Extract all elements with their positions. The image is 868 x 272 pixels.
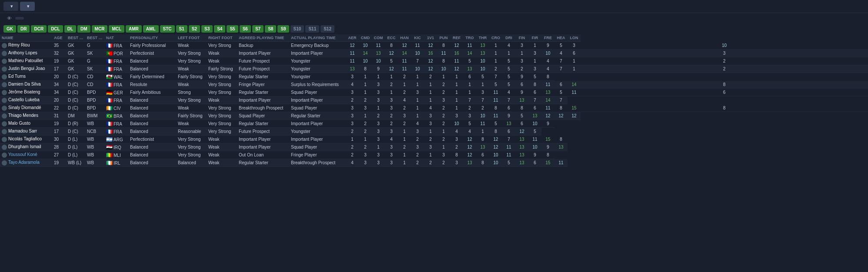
tab-overview[interactable]: ▾ <box>3 2 18 11</box>
col-header-pun[interactable]: PUN <box>437 34 450 42</box>
col-header-agreed[interactable]: AGREED PLAYING TIME <box>237 34 289 42</box>
player-stat-13: 2 <box>515 65 528 73</box>
tab-international[interactable]: ▾ <box>20 2 35 11</box>
filter-btn-s8[interactable]: S8 <box>265 25 276 33</box>
filter-btn-mcl[interactable]: MCL <box>109 25 124 33</box>
filter-btn-gk[interactable]: GK <box>3 25 16 33</box>
filter-btn-s1[interactable]: S1 <box>176 25 187 33</box>
col-header-leftfoot[interactable]: LEFT FOOT <box>176 34 207 42</box>
filter-btn-dcl[interactable]: DCL <box>48 25 63 33</box>
player-rightfoot: Weak <box>207 96 237 104</box>
col-header-bestrole[interactable]: BEST ROLE <box>85 34 104 42</box>
table-row[interactable]: Thiago Mendes31DMBWM🇧🇷 BRABalancedFairly… <box>0 112 868 120</box>
analysis-badge[interactable] <box>15 17 24 20</box>
filter-btn-dcr[interactable]: DCR <box>31 25 47 33</box>
filter-btn-s10[interactable]: S10 <box>290 25 304 33</box>
table-row[interactable]: Jérôme Boateng34D (C)BPD🇩🇪 GERFairly Amb… <box>0 89 868 96</box>
col-header-cmd[interactable]: CMD <box>359 34 372 42</box>
col-header-lon[interactable]: LON <box>568 34 581 42</box>
filter-btn-s6[interactable]: S6 <box>240 25 251 33</box>
player-personality: Resolute <box>128 81 176 89</box>
col-header-fir[interactable]: FIR <box>528 34 541 42</box>
player-stat-7: 3 <box>437 96 450 104</box>
player-stat-9: 13 <box>463 159 476 167</box>
table-row[interactable]: Justin Bengui Joao17GKSK🇫🇷 FRABalancedWe… <box>0 65 868 73</box>
col-header-1v1[interactable]: 1V1 <box>424 34 437 42</box>
table-row[interactable]: Malo Gusto19D (R)WB🇫🇷 FRABalancedWeakVer… <box>0 120 868 128</box>
col-header-ecc[interactable]: ECC <box>385 34 398 42</box>
col-header-kic[interactable]: KIC <box>411 34 424 42</box>
table-row[interactable]: Damien Da Silva34D (C)CD🇫🇷 FRAResoluteWe… <box>0 81 868 89</box>
filter-btn-amr[interactable]: AMR <box>126 25 142 33</box>
filter-btn-mcr[interactable]: MCR <box>92 25 108 33</box>
player-rightfoot: Weak <box>207 151 237 159</box>
player-stat-17: 14 <box>568 81 581 89</box>
player-stat-11: 8 <box>489 128 502 136</box>
filter-btn-s11[interactable]: S11 <box>305 25 319 33</box>
filter-btn-dl[interactable]: DL <box>64 25 76 33</box>
player-stat-12: 5 <box>502 159 515 167</box>
player-name-cell: Rémy Riou <box>0 42 52 50</box>
col-header-han[interactable]: HAN <box>398 34 411 42</box>
table-row[interactable]: Tayo Adaramola19WB (L)WB🇮🇪 IRLBalancedBa… <box>0 159 868 167</box>
filter-btn-aml[interactable]: AML <box>143 25 159 33</box>
player-stat-10: 13 <box>476 42 489 50</box>
filter-btn-stc[interactable]: STC <box>160 25 175 33</box>
table-row[interactable]: Mamadou Sarr17D (C)NCB🇫🇷 FRABalancedReas… <box>0 128 868 136</box>
player-stat-12: 6 <box>502 104 515 112</box>
player-bestrole: NCB <box>85 128 104 136</box>
player-stat-2: 13 <box>372 50 385 57</box>
player-stat-18: 2 <box>581 65 868 73</box>
table-row[interactable]: Rémy Riou35GKG🇫🇷 FRAFairly ProfessionalW… <box>0 42 868 50</box>
col-header-ref[interactable]: REF <box>450 34 463 42</box>
table-row[interactable]: Sinaly Diomandé22D (C)BPD🇨🇮 CIVBalancedW… <box>0 104 868 112</box>
table-row[interactable]: Nicolás Tagliafico30D (L)WB🇦🇷 ARGPerfect… <box>0 136 868 143</box>
table-row[interactable]: Mathieu Patouillet19GKG🇫🇷 FRABalancedVer… <box>0 57 868 65</box>
player-stat-8: 8 <box>450 151 463 159</box>
table-row[interactable]: Dhurgham Ismail28D (L)WB🇮🇶 IRQBalancedVe… <box>0 143 868 151</box>
col-header-rightfoot[interactable]: RIGHT FOOT <box>207 34 237 42</box>
col-header-tro[interactable]: TRO <box>463 34 476 42</box>
col-header-hea[interactable]: HEA <box>554 34 568 42</box>
player-stat-14: 10 <box>528 143 541 151</box>
table-row[interactable]: Castello Lukeba20D (C)BPD🇫🇷 FRABalancedV… <box>0 96 868 104</box>
col-header-aer[interactable]: AER <box>346 34 359 42</box>
filter-btn-s3[interactable]: S3 <box>201 25 213 33</box>
col-header-cro[interactable]: CRO <box>489 34 502 42</box>
filter-btn-s2[interactable]: S2 <box>189 25 200 33</box>
col-header-personality[interactable]: PERSONALITY <box>128 34 176 42</box>
filter-btn-s9[interactable]: S9 <box>277 25 289 33</box>
col-header-name[interactable]: NAME <box>0 34 52 42</box>
player-bestrole: WB <box>85 120 104 128</box>
filter-btn-dr[interactable]: DR <box>17 25 30 33</box>
filter-row: GKDRDCRDCLDLDMMCRMCLAMRAMLSTCS1S2S3S4S5S… <box>0 23 868 34</box>
filter-btn-s12[interactable]: S12 <box>320 25 334 33</box>
player-actual-time: Breakthrough Prospect <box>289 159 346 167</box>
table-row[interactable]: Ed Turns20D (C)CD🏴󠁧󠁢󠁷󠁬󠁳󠁿 WALFairly Deter… <box>0 73 868 81</box>
player-stat-13: 5 <box>515 112 528 120</box>
col-header-age[interactable]: AGE <box>52 34 66 42</box>
col-header-thr[interactable]: THR <box>476 34 489 42</box>
col-header-dri[interactable]: DRI <box>502 34 515 42</box>
flag-icon: 🏴󠁧󠁢󠁷󠁬󠁳󠁿 <box>106 74 112 78</box>
col-header-nat[interactable]: NAT <box>104 34 128 42</box>
col-header-com[interactable]: COM <box>372 34 385 42</box>
col-header-fre[interactable]: FRE <box>541 34 554 42</box>
table-row[interactable]: Youssouf Koné27D (L)WB🇲🇱 MLIBalancedVery… <box>0 151 868 159</box>
col-header-bestpos[interactable]: BEST POS <box>66 34 85 42</box>
player-personality: Balanced <box>128 143 176 151</box>
player-rightfoot: Very Strong <box>207 120 237 128</box>
player-stat-6: 12 <box>424 57 437 65</box>
player-stat-3: 8 <box>385 42 398 50</box>
player-stat-3: 5 <box>385 57 398 65</box>
filter-btn-s4[interactable]: S4 <box>214 25 225 33</box>
player-actual-time: Fringe Player <box>289 151 346 159</box>
col-header-actual[interactable]: ACTUAL PLAYING TIME <box>289 34 346 42</box>
filter-btn-dm[interactable]: DM <box>77 25 90 33</box>
filter-btn-s5[interactable]: S5 <box>227 25 238 33</box>
player-stat-4: 1 <box>398 128 411 136</box>
table-row[interactable]: Anthony Lopes32GKSK🇵🇹 PORPerfectionistVe… <box>0 50 868 57</box>
flag-icon: 🇮🇪 <box>106 160 112 164</box>
col-header-fin[interactable]: FIN <box>515 34 528 42</box>
filter-btn-s7[interactable]: S7 <box>252 25 264 33</box>
